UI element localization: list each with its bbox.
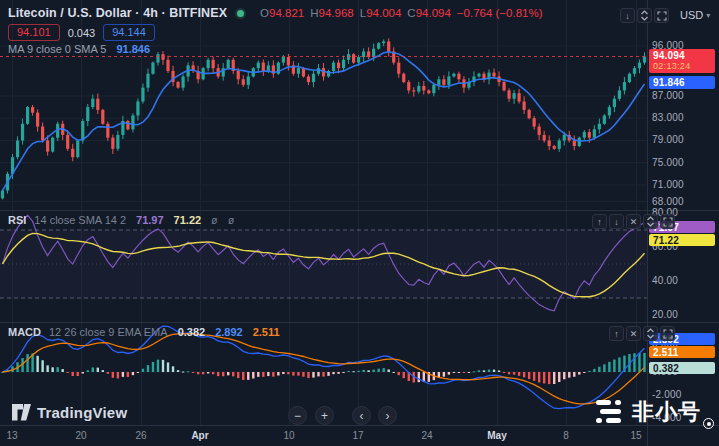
watermark-text: 非小号 [632, 397, 701, 427]
tradingview-chart-window: Litecoin / U.S. Dollar · 4h · BITFINEX O… [0, 0, 719, 446]
collapse-icon[interactable] [637, 8, 652, 23]
ma-price-badge: 91.846 [649, 76, 715, 89]
time-axis-label: 15 [622, 430, 650, 441]
main-legend: Litecoin / U.S. Dollar · 4h · BITFINEX O… [8, 6, 543, 20]
last-price-badge: 94.094 02:13:24 [649, 49, 715, 73]
macd-params: 12 26 close 9 EMA EMA [49, 326, 168, 338]
currency-label: USD [680, 9, 703, 21]
rsi-pane-canvas[interactable] [0, 210, 647, 322]
watermark-registered-icon [703, 418, 714, 429]
price-axis-label: 75.000 [652, 157, 684, 168]
last-price-value: 94.094 [653, 50, 711, 61]
rsi-ma-value-badge: 71.22 [649, 234, 715, 246]
ma-indicator-label[interactable]: MA 9 close 0 SMA 5 [8, 43, 106, 55]
ohlc-label: H [310, 7, 318, 19]
ohlc-value: 94.094 [416, 7, 451, 19]
signal-value-badge: 2.511 [649, 346, 715, 358]
ohlc-value: 94.968 [319, 7, 354, 19]
arrow-down-icon[interactable]: ↓ [620, 8, 635, 23]
rsi-legend: RSI 14 close SMA 14 2 71.97 71.22 ø ø [8, 214, 238, 226]
chevron-down-icon: ▾ [706, 11, 710, 20]
watermark: 非小号 [596, 397, 714, 427]
bar-countdown: 02:13:24 [653, 61, 711, 72]
collapse-icon[interactable] [643, 214, 658, 229]
arrow-up-icon[interactable]: ↑ [592, 214, 607, 229]
pane-separator[interactable] [0, 322, 719, 323]
rsi-params: 14 close SMA 14 2 [34, 214, 126, 226]
price-axis-label: 68.000 [652, 196, 684, 207]
time-axis-label: 17 [344, 430, 372, 441]
price-axis-label: 87.000 [652, 90, 684, 101]
time-axis-label: 24 [413, 430, 441, 441]
scroll-left-button[interactable]: ‹ [352, 406, 371, 425]
time-axis-label: 20 [67, 430, 95, 441]
time-axis-label: 13 [0, 430, 26, 441]
price-axis-label: 71.000 [652, 179, 684, 190]
rsi-indicator-title[interactable]: RSI [8, 214, 26, 226]
rsi-ma-value: 71.22 [174, 214, 202, 226]
arrow-up-icon[interactable]: ↑ [609, 326, 624, 341]
ohlc-value: 94.821 [269, 7, 304, 19]
time-axis-label: 26 [127, 430, 155, 441]
rsi-value: 71.97 [136, 214, 164, 226]
watermark-logo-icon [596, 399, 626, 426]
maximize-icon[interactable] [660, 214, 675, 229]
time-axis-label: 8 [552, 430, 580, 441]
ohlc-label: O [260, 7, 269, 19]
spread-value: 0.043 [68, 27, 96, 39]
maximize-icon[interactable] [654, 8, 669, 23]
macd-value-badge: 2.892 [649, 333, 715, 345]
maximize-icon[interactable] [660, 326, 675, 341]
ma-legend: MA 9 close 0 SMA 5 91.846 [8, 43, 150, 55]
rsi-axis-label: 20.00 [652, 309, 678, 320]
close-icon[interactable]: ✕ [626, 326, 641, 341]
macd-indicator-title[interactable]: MACD [8, 326, 41, 338]
arrow-down-icon[interactable]: ↓ [609, 214, 624, 229]
pane-separator[interactable] [0, 210, 719, 211]
time-axis-label: Apr [186, 430, 214, 441]
market-status-icon[interactable] [237, 10, 244, 17]
tradingview-logo-icon [12, 404, 31, 421]
tradingview-logo[interactable]: TradingView [12, 404, 127, 421]
zoom-in-button[interactable]: + [315, 406, 334, 425]
buy-price-button[interactable]: 94.144 [103, 24, 155, 41]
macd-hist-value: 0.382 [178, 326, 206, 338]
price-axis-label: 83.000 [652, 112, 684, 123]
zoom-out-button[interactable]: − [288, 406, 307, 425]
bid-ask-row: 94.101 0.043 94.144 [8, 24, 155, 41]
currency-dropdown[interactable]: USD ▾ [680, 9, 710, 21]
histogram-value-badge: 0.382 [649, 362, 715, 374]
symbol-title[interactable]: Litecoin / U.S. Dollar · 4h · BITFINEX [8, 6, 227, 20]
scroll-right-button[interactable]: › [378, 406, 397, 425]
ohlc-value: 94.004 [366, 7, 401, 19]
sell-price-button[interactable]: 94.101 [8, 24, 60, 41]
rsi-legend-icons[interactable]: ø ø [211, 215, 238, 226]
macd-signal-value: 2.511 [253, 326, 280, 338]
price-axis-label: 79.000 [652, 134, 684, 145]
rsi-value-badge: 71.97 [649, 221, 715, 233]
close-icon[interactable]: ✕ [626, 214, 641, 229]
price-change: −0.764 (−0.81%) [457, 7, 543, 19]
rsi-axis-label: 40.00 [652, 275, 678, 286]
ohlc-label: C [407, 7, 415, 19]
ohlc-values: O94.821H94.968L94.004C94.094 [254, 7, 451, 19]
collapse-icon[interactable] [643, 326, 658, 341]
macd-line-value: 2.892 [215, 326, 243, 338]
tradingview-logo-text: TradingView [37, 404, 127, 421]
time-axis-label: May [483, 430, 511, 441]
ma-value: 91.846 [116, 43, 150, 55]
macd-legend: MACD 12 26 close 9 EMA EMA 0.382 2.892 2… [8, 326, 280, 338]
time-axis-label: 10 [275, 430, 303, 441]
